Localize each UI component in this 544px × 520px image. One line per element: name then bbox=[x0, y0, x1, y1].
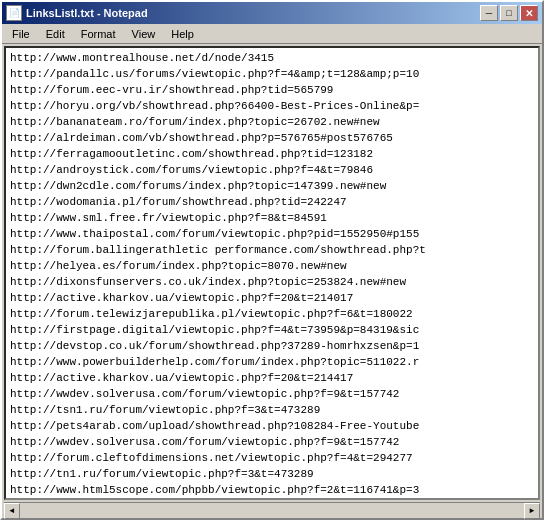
title-bar: 📄 LinksListl.txt - Notepad ─ □ ✕ bbox=[2, 2, 542, 24]
text-line: http://wodomania.pl/forum/showthread.php… bbox=[10, 194, 534, 210]
text-line: http://dwn2cdle.com/forums/index.php?top… bbox=[10, 178, 534, 194]
text-line: http://www.sml.free.fr/viewtopic.php?f=8… bbox=[10, 210, 534, 226]
text-line: http://helyea.es/forum/index.php?topic=8… bbox=[10, 258, 534, 274]
text-line: http://www.montrealhouse.net/d/node/3415 bbox=[10, 50, 534, 66]
menu-view[interactable]: View bbox=[124, 24, 164, 43]
menu-edit[interactable]: Edit bbox=[38, 24, 73, 43]
minimize-button[interactable]: ─ bbox=[480, 5, 498, 21]
text-line: http://pandallc.us/forums/viewtopic.php?… bbox=[10, 66, 534, 82]
text-line: http://active.kharkov.ua/viewtopic.php?f… bbox=[10, 290, 534, 306]
scroll-track[interactable] bbox=[20, 503, 524, 518]
app-icon: 📄 bbox=[6, 5, 22, 21]
scroll-right-button[interactable]: ► bbox=[524, 503, 540, 519]
text-line: http://active.kharkov.ua/viewtopic.php?f… bbox=[10, 370, 534, 386]
close-button[interactable]: ✕ bbox=[520, 5, 538, 21]
text-editor[interactable]: http://www.montrealhouse.net/d/node/3415… bbox=[6, 48, 538, 498]
horizontal-scrollbar[interactable]: ◄ ► bbox=[4, 502, 540, 518]
text-line: http://dixonsfunservers.co.uk/index.php?… bbox=[10, 274, 534, 290]
menu-file[interactable]: File bbox=[4, 24, 38, 43]
text-line: http://www.html5scope.com/phpbb/viewtopi… bbox=[10, 482, 534, 498]
text-line: http://www.powerbuilderhelp.com/forum/in… bbox=[10, 354, 534, 370]
text-line: http://horyu.org/vb/showthread.php?66400… bbox=[10, 98, 534, 114]
text-line: http://ferragamooutletinc.com/showthread… bbox=[10, 146, 534, 162]
text-line: http://wwdev.solverusa.com/forum/viewtop… bbox=[10, 386, 534, 402]
title-bar-left: 📄 LinksListl.txt - Notepad bbox=[6, 5, 148, 21]
text-line: http://wwdev.solverusa.com/forum/viewtop… bbox=[10, 434, 534, 450]
menu-bar: File Edit Format View Help bbox=[2, 24, 542, 44]
text-line: http://tn1.ru/forum/viewtopic.php?f=3&t=… bbox=[10, 466, 534, 482]
menu-help[interactable]: Help bbox=[163, 24, 202, 43]
text-line: http://www.thaipostal.com/forum/viewtopi… bbox=[10, 226, 534, 242]
text-line: http://firstpage.digital/viewtopic.php?f… bbox=[10, 322, 534, 338]
text-line: http://pets4arab.com/upload/showthread.p… bbox=[10, 418, 534, 434]
text-line: http://devstop.co.uk/forum/showthread.ph… bbox=[10, 338, 534, 354]
text-line: http://alrdeiman.com/vb/showthread.php?p… bbox=[10, 130, 534, 146]
scroll-left-button[interactable]: ◄ bbox=[4, 503, 20, 519]
menu-format[interactable]: Format bbox=[73, 24, 124, 43]
text-line: http://forum.ballingerathletic performan… bbox=[10, 242, 534, 258]
content-wrapper: http://www.montrealhouse.net/d/node/3415… bbox=[4, 46, 540, 500]
text-line: http://forum.cleftofdimensions.net/viewt… bbox=[10, 450, 534, 466]
maximize-button[interactable]: □ bbox=[500, 5, 518, 21]
text-line: http://androystick.com/forums/viewtopic.… bbox=[10, 162, 534, 178]
window: 📄 LinksListl.txt - Notepad ─ □ ✕ File Ed… bbox=[0, 0, 544, 520]
text-line: http://tsn1.ru/forum/viewtopic.php?f=3&t… bbox=[10, 402, 534, 418]
text-line: http://forum.eec-vru.ir/showthread.php?t… bbox=[10, 82, 534, 98]
text-line: http://bananateam.ro/forum/index.php?top… bbox=[10, 114, 534, 130]
text-line: http://forum.telewizjarepublika.pl/viewt… bbox=[10, 306, 534, 322]
title-buttons: ─ □ ✕ bbox=[480, 5, 538, 21]
window-title: LinksListl.txt - Notepad bbox=[26, 7, 148, 19]
